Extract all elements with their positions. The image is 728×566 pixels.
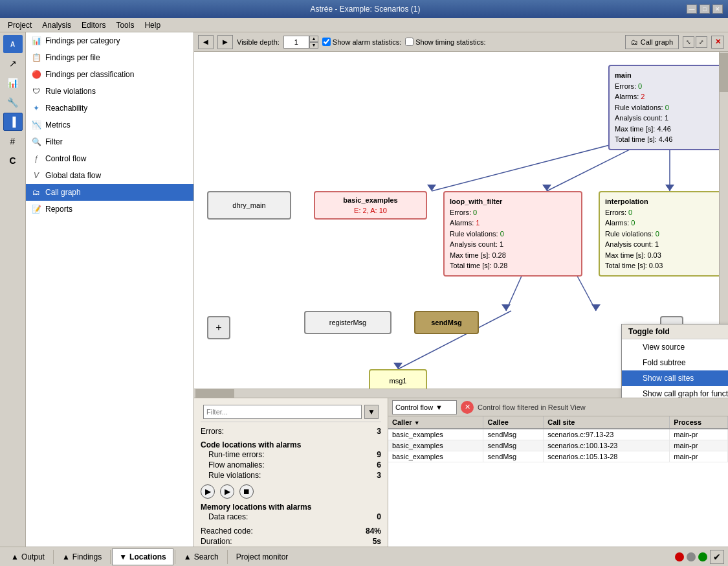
filter-input[interactable] [203, 405, 362, 419]
flow-anomalies-row: Flow anomalies: 6 [201, 460, 381, 470]
bottom-panel: ▼ Errors: 3 Code locations with alarms R… [194, 398, 728, 547]
main-container: A ↗ 📊 🔧 ▐ # C 📊 Findings per category 📋 … [0, 32, 728, 547]
forward-button[interactable]: ▶ [217, 35, 233, 49]
close-button[interactable]: ✕ [712, 5, 723, 14]
col-caller[interactable]: Caller ▼ [388, 416, 483, 429]
node-main-rule-violations: Rule violations: 0 [615, 102, 725, 113]
stop-button[interactable]: ⏹ [239, 484, 254, 499]
node-send-msg[interactable]: sendMsg [414, 311, 479, 334]
toolbar-icon-arrow[interactable]: ↗ [3, 54, 23, 73]
memory-locations-header: Memory locations with alarms [201, 503, 381, 512]
status-gray-circle [687, 552, 696, 561]
output-button[interactable]: ▲ Output [4, 549, 52, 565]
sidebar-label-filter: Filter [45, 137, 63, 146]
code-locations-header: Code locations with alarms [201, 440, 381, 449]
col-callee[interactable]: Callee [483, 416, 544, 429]
node-register-msg[interactable]: registerMsg [304, 311, 392, 334]
call-graph-button[interactable]: 🗂 Call graph [625, 35, 679, 49]
sidebar-item-reachability[interactable]: ✦ Reachability [26, 100, 193, 117]
clear-filter-button[interactable]: ✕ [461, 401, 474, 414]
locations-button[interactable]: ▼ Locations [112, 549, 173, 565]
toolbar-icon-hash[interactable]: # [3, 132, 23, 150]
node-dhry-main[interactable]: dhry_main [207, 191, 291, 220]
sidebar-item-findings-per-classification[interactable]: 🔴 Findings per classification [26, 66, 193, 83]
node-basic-examples[interactable]: basic_examples E: 2, A: 10 [314, 191, 427, 220]
node-loop-title: loop_with_filter [450, 196, 576, 207]
col-call-site[interactable]: Call site [544, 416, 670, 429]
toolbar-icon-logo[interactable]: A [3, 35, 23, 53]
findings-button[interactable]: ▲ Findings [55, 549, 109, 565]
close-view-button[interactable]: ✕ [711, 36, 724, 49]
node-loop-with-filter[interactable]: loop_with_filter Errors: 0 Alarms: 1 Rul… [443, 191, 582, 277]
graph-area[interactable]: main Errors: 0 Alarms: 2 Rule violations… [194, 52, 728, 398]
menu-help[interactable]: Help [139, 19, 166, 31]
menu-analysis[interactable]: Analysis [37, 19, 76, 31]
node-register-msg-title: registerMsg [329, 317, 366, 328]
statusbar: ▲ Output ▲ Findings ▼ Locations ▲ Search… [0, 547, 728, 566]
node-interpolation-analysis-count: Analysis count: 1 [605, 239, 728, 250]
cell-callee: sendMsg [483, 440, 544, 451]
sidebar-item-global-data-flow[interactable]: V Global data flow [26, 167, 193, 184]
cell-call_site: scenarios.c:97.13-23 [544, 429, 670, 440]
toolbar-icon-chart[interactable]: 📊 [3, 74, 23, 92]
play-flow-button[interactable]: ▶ [220, 484, 234, 499]
sidebar-item-findings-per-category[interactable]: 📊 Findings per category [26, 32, 193, 49]
expand-button[interactable]: ⤡ [683, 36, 694, 48]
control-flow-dropdown[interactable]: Control flow ▼ [392, 400, 457, 414]
project-monitor-button[interactable]: Project monitor [229, 549, 296, 565]
menu-tools[interactable]: Tools [111, 19, 139, 31]
table-row[interactable]: basic_examplessendMsgscenarios.c:100.13-… [388, 440, 728, 451]
table-header-row: Caller ▼ Callee Call site [388, 416, 728, 429]
sidebar-item-rule-violations[interactable]: 🛡 Rule violations [26, 83, 193, 100]
node-loop-max-time: Max time [s]: 0.28 [450, 250, 576, 261]
context-menu-fold-subtree[interactable]: Fold subtree [622, 355, 728, 370]
control-flow-icon: f [31, 153, 41, 164]
errors-row: Errors: 3 [201, 426, 381, 436]
fold-subtree-label: Fold subtree [643, 358, 686, 367]
sidebar-item-reports[interactable]: 📝 Reports [26, 201, 193, 218]
show-alarm-checkbox[interactable] [322, 38, 331, 46]
graph-scroll-thumb-v[interactable] [720, 53, 728, 92]
maximize-button[interactable]: □ [700, 5, 710, 14]
toolbar-icon-wrench[interactable]: 🔧 [3, 93, 23, 111]
shrink-button[interactable]: ⤢ [696, 36, 707, 48]
node-main-analysis-count: Analysis count: 1 [615, 113, 725, 124]
show-timing-checkbox[interactable] [405, 38, 414, 46]
run-time-errors-label: Run-time errors: [208, 450, 265, 459]
col-process[interactable]: Process [670, 416, 728, 429]
menu-editors[interactable]: Editors [76, 19, 111, 31]
sidebar-item-filter[interactable]: 🔍 Filter [26, 133, 193, 150]
minimize-button[interactable]: — [687, 5, 697, 14]
graph-scroll-thumb-h[interactable] [195, 389, 234, 398]
context-menu-show-call-graph-for-function[interactable]: Show call graph for function C [622, 386, 728, 398]
node-plus-1[interactable]: + [207, 316, 230, 339]
sidebar-item-metrics[interactable]: 📉 Metrics [26, 117, 193, 133]
table-row[interactable]: basic_examplessendMsgscenarios.c:105.13-… [388, 451, 728, 462]
toolbar-icon-c[interactable]: C [3, 152, 23, 170]
table-area: Control flow ▼ ✕ Control flow filtered i… [388, 398, 728, 547]
sidebar-item-call-graph[interactable]: 🗂 Call graph [26, 184, 193, 201]
context-menu-show-call-sites[interactable]: Show call sites [622, 370, 728, 386]
status-sep-4 [227, 550, 228, 564]
sidebar-item-control-flow[interactable]: f Control flow [26, 150, 193, 167]
node-interpolation[interactable]: interpolation Errors: 0 Alarms: 0 Rule v… [599, 191, 728, 277]
menu-project[interactable]: Project [3, 19, 37, 31]
filter-dropdown-icon[interactable]: ▼ [364, 405, 379, 419]
sidebar-label-metrics: Metrics [45, 120, 71, 130]
table-row[interactable]: basic_examplessendMsgscenarios.c:97.13-2… [388, 429, 728, 440]
play-error-button[interactable]: ▶ [201, 484, 215, 499]
toolbar-icon-bar[interactable]: ▐ [3, 113, 23, 131]
visible-depth-input[interactable] [283, 36, 309, 49]
accept-button[interactable]: ✔ [710, 550, 724, 564]
context-menu-view-source[interactable]: View source G [622, 339, 728, 355]
depth-spin-up[interactable]: ▲ [309, 36, 318, 42]
filter-info: Control flow filtered in Result View [478, 403, 586, 411]
locations-arrow: ▼ [119, 552, 127, 561]
search-button[interactable]: ▲ Search [177, 549, 226, 565]
sidebar-item-findings-per-file[interactable]: 📋 Findings per file [26, 49, 193, 66]
node-main[interactable]: main Errors: 0 Alarms: 2 Rule violations… [608, 65, 728, 150]
visible-depth-label: Visible depth: [237, 38, 280, 46]
depth-spin-down[interactable]: ▼ [309, 42, 318, 49]
back-button[interactable]: ◀ [198, 35, 214, 49]
call-graph-button-label: Call graph [641, 38, 673, 46]
